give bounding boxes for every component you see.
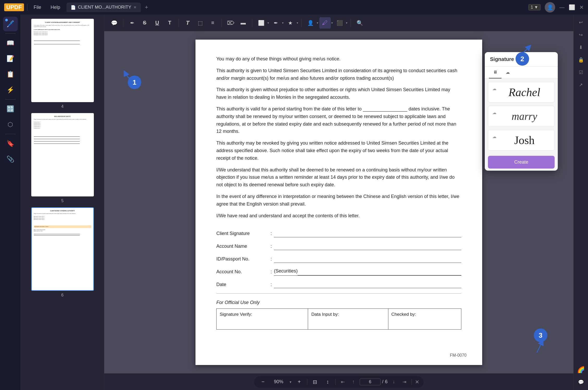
signature-tool-group[interactable]: 🖊 ▾ <box>319 17 333 29</box>
zoom-in-btn[interactable]: + <box>295 377 304 387</box>
user-avatar[interactable]: 👤 <box>545 2 555 13</box>
strikethrough-tool-btn[interactable]: S <box>139 17 150 29</box>
pdf-para-6: I/We understand that this authority shal… <box>216 166 461 189</box>
page-count-selector[interactable]: 1 ▼ <box>528 4 541 10</box>
person-tool-btn[interactable]: 👤 <box>305 17 316 29</box>
sig-tab-device[interactable]: 🖥 <box>489 67 501 78</box>
id-passport-label: ID/Passport No. <box>216 255 268 263</box>
create-signature-btn[interactable]: Create <box>488 156 555 169</box>
bottom-bar: − 90% ▾ + ⊟ ↕ ⇤ <box>104 373 573 390</box>
close-btn[interactable]: ✕ <box>579 4 584 10</box>
shape-arrow[interactable]: ▾ <box>267 21 269 25</box>
zoom-dropdown-arrow[interactable]: ▾ <box>290 380 291 384</box>
sidebar-ocr-btn[interactable]: 🔡 <box>3 102 18 116</box>
right-panel-icon-6[interactable]: ↗ <box>575 79 587 91</box>
official-table: Signature Verify: Data Input by: Checked… <box>216 308 461 330</box>
pdf-para-1: You may do any of these things without g… <box>216 55 461 63</box>
fit-page-btn[interactable]: ⊟ <box>310 377 320 387</box>
sidebar-annotate-btn[interactable]: 🖊️ <box>3 17 18 31</box>
last-page-btn[interactable]: ⇥ <box>400 378 408 386</box>
right-panel-icon-3[interactable]: ⬇ <box>575 42 587 53</box>
right-panel-icon-1[interactable]: ↩ <box>575 17 587 28</box>
file-menu[interactable]: File <box>30 4 44 11</box>
search-icon: 🔍 <box>357 20 363 26</box>
nav-close-btn[interactable]: ✕ <box>415 379 419 385</box>
last-page-icon: ⇥ <box>402 379 406 385</box>
tab-close-btn[interactable]: ✕ <box>133 5 137 9</box>
stamp-tool-btn[interactable]: ⬛ <box>334 17 345 29</box>
shape-tool-btn[interactable]: ⬜ <box>255 17 267 29</box>
client-sig-line <box>274 231 461 237</box>
signature-tool-btn[interactable]: 🖊 <box>319 17 331 29</box>
sig-card-rachel[interactable]: ☁ Rachel <box>488 82 555 103</box>
draw-tool-group[interactable]: ✒ ▾ <box>270 17 284 29</box>
sidebar-divider-1 <box>5 33 16 34</box>
stamp-arrow[interactable]: ▾ <box>346 21 347 25</box>
fit-width-btn[interactable]: ↕ <box>323 377 332 387</box>
sig-tab-cloud[interactable]: ☁ <box>501 67 514 78</box>
thumbnail-page-4[interactable]: CLIENT ACKNOWLEDGEMENT AND CONSENT Lorem… <box>23 19 102 109</box>
thumb-page-4-preview: CLIENT ACKNOWLEDGEMENT AND CONSENT Lorem… <box>31 19 94 102</box>
person-tool-group[interactable]: 👤 ▾ <box>305 17 318 29</box>
pencil-icon: ✒ <box>130 20 134 26</box>
text-highlight-tool-btn[interactable]: T <box>164 17 175 29</box>
textbox-tool-btn[interactable]: ⬚ <box>194 17 206 29</box>
star-arrow[interactable]: ▾ <box>297 21 298 25</box>
right-panel-icon-5[interactable]: ☑ <box>575 67 587 78</box>
search-tool-btn[interactable]: 🔍 <box>354 17 365 29</box>
thumbnail-panel: CLIENT ACKNOWLEDGEMENT AND CONSENT Lorem… <box>21 15 104 390</box>
sig-card-marry[interactable]: ☁ marry <box>488 106 555 127</box>
right-panel-icon-2[interactable]: ↪ <box>575 29 587 41</box>
draw-tool-btn[interactable]: ✒ <box>270 17 281 29</box>
text-tool-btn[interactable]: T <box>182 17 193 29</box>
main-layout: 🖊️ 📖 📝 📋 ⚡ 🔡 ⬡ 🔖 📎 <box>0 15 588 390</box>
annotate-icon: 🖊️ <box>7 20 14 28</box>
help-menu[interactable]: Help <box>47 4 63 11</box>
pdf-para-7: In the event of any difference in interp… <box>216 193 461 208</box>
sidebar-bookmark-btn[interactable]: 🔖 <box>3 136 18 151</box>
sig-card-josh[interactable]: ☁ Josh <box>488 130 555 151</box>
zoom-out-btn[interactable]: − <box>258 377 268 387</box>
prev-page-icon: ↑ <box>352 379 354 385</box>
active-tab[interactable]: 📄 CLIENT MO...AUTHORITY ✕ <box>66 3 141 12</box>
account-no-line: (Securities) <box>274 269 461 276</box>
sidebar-convert-btn[interactable]: ⚡ <box>3 83 18 97</box>
minimize-btn[interactable]: — <box>559 4 565 10</box>
pdf-viewport[interactable]: You may do any of these things without g… <box>104 31 573 373</box>
note-tool-btn[interactable]: ≡ <box>207 17 218 29</box>
thumb-5-content: DECLARATION BY ENTITY Page 5 document co… <box>32 114 93 196</box>
right-panel-chat-icon[interactable]: 💬 <box>575 376 587 388</box>
sidebar-organize-btn[interactable]: 📋 <box>3 67 18 82</box>
shape-icon: ⬜ <box>258 20 265 26</box>
next-page-btn[interactable]: ↓ <box>390 378 398 386</box>
sidebar-attachment-btn[interactable]: 📎 <box>3 152 18 166</box>
prev-page-btn[interactable]: ↑ <box>349 378 358 386</box>
draw-arrow[interactable]: ▾ <box>282 21 284 25</box>
stamp-tool-group[interactable]: ⬛ ▾ <box>334 17 347 29</box>
sidebar-read-btn[interactable]: 📖 <box>3 36 18 50</box>
comment-tool-btn[interactable]: 💬 <box>108 17 120 29</box>
first-page-btn[interactable]: ⇤ <box>339 378 347 386</box>
current-page-input[interactable] <box>360 379 381 385</box>
thumbnail-page-6[interactable]: CLIENT MONEY STANDING AUTHORITY Page 6 d… <box>23 207 102 298</box>
sidebar-layers-btn[interactable]: ⬡ <box>3 117 18 132</box>
star-tool-group[interactable]: ★ ▾ <box>285 17 298 29</box>
right-panel-colorful-icon[interactable]: 🌈 <box>575 364 587 375</box>
person-arrow[interactable]: ▾ <box>317 21 318 25</box>
add-tab-btn[interactable]: + <box>145 4 148 11</box>
sidebar-edit-btn[interactable]: 📝 <box>3 51 18 66</box>
annotation-circle-3: 3 <box>534 329 547 342</box>
eraser-tool-btn[interactable]: ⌦ <box>225 17 236 29</box>
star-tool-btn[interactable]: ★ <box>285 17 296 29</box>
underline-tool-btn[interactable]: U <box>151 17 163 29</box>
sig-cloud-icon-3: ☁ <box>492 134 497 139</box>
draw-icon: ✒ <box>274 20 278 26</box>
account-no-prefix: (Securities) <box>274 267 298 275</box>
thumbnail-page-5[interactable]: DECLARATION BY ENTITY Page 5 document co… <box>23 113 102 203</box>
signature-arrow[interactable]: ▾ <box>331 21 333 25</box>
shape-tool-group[interactable]: ⬜ ▾ <box>255 17 269 29</box>
redact-tool-btn[interactable]: ▬ <box>237 17 249 29</box>
pencil-tool-btn[interactable]: ✒ <box>126 17 138 29</box>
right-panel-icon-4[interactable]: 🔒 <box>575 54 587 66</box>
maximize-btn[interactable]: ⬜ <box>569 4 575 10</box>
